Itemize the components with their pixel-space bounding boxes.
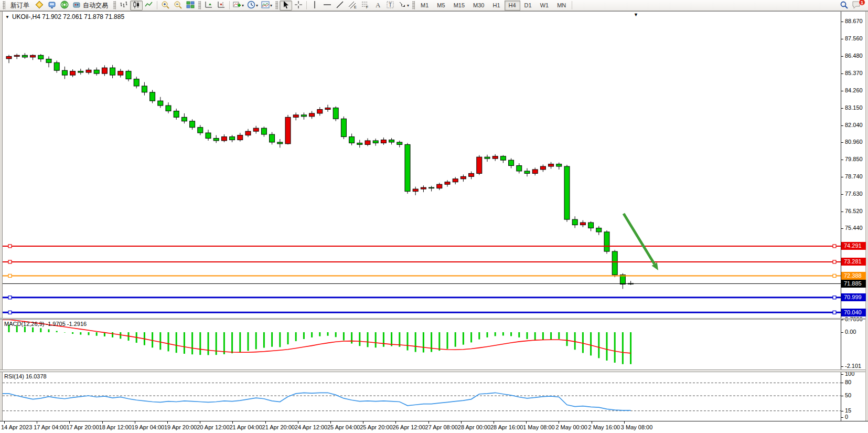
time-axis[interactable]: 14 Apr 202317 Apr 04:0017 Apr 20:0018 Ap… [0,421,868,433]
toolbar-grip[interactable] [275,1,278,9]
price-axis[interactable]: 88.67087.56086.48085.37084.26083.15082.0… [841,12,865,421]
indicators-button[interactable]: ▾ [231,1,245,10]
time-axis-tick [428,421,429,424]
candlestick-chart-button[interactable] [130,1,143,10]
candle-down [150,92,155,101]
timeframe-mn-button[interactable]: MN [553,1,570,10]
bar-chart-button[interactable] [117,1,130,10]
candle-up [102,68,107,73]
signals-button[interactable] [58,1,71,10]
equidistant-channel-button[interactable]: E [346,1,359,10]
zoom-in-button[interactable] [159,1,172,10]
time-axis-tick [298,421,298,424]
pane-separator[interactable] [0,369,865,372]
templates-button[interactable]: ▾ [260,1,274,10]
text-label-button[interactable]: T [384,1,397,10]
line-anchor-handle[interactable] [833,311,836,314]
candle-down [190,121,195,128]
line-anchor-handle[interactable] [8,311,12,314]
search-icon [840,1,849,10]
axis-tick-label: 50 [845,392,851,398]
time-label: 14 Apr 2023 [1,424,32,430]
vertical-line-button[interactable] [308,1,321,10]
zoom-out-button[interactable] [172,1,184,10]
line-anchor-handle[interactable] [833,274,836,277]
virtual-hosting-button[interactable] [46,1,58,10]
axis-tick-mark [841,194,843,195]
time-axis-tick [461,421,462,424]
chart-shift-marker-icon[interactable]: ▼ [634,13,638,17]
horizontal-line-button[interactable] [321,1,334,10]
timeframe-h1-button[interactable]: H1 [488,1,504,10]
line-anchor-handle[interactable] [8,274,12,277]
cursor-button[interactable] [280,1,292,10]
line-anchor-handle[interactable] [8,296,12,299]
toolbar-grip[interactable] [198,1,201,9]
time-label: 20 Apr 12:00 [197,424,229,430]
auto-scroll-button[interactable] [202,1,215,10]
time-label: 18 Apr 12:00 [99,424,132,430]
toolbar-grip[interactable] [412,1,415,9]
toolbar-grip[interactable] [113,1,116,9]
candle-down [110,68,115,75]
line-anchor-handle[interactable] [8,245,12,248]
line-chart-button[interactable] [143,1,155,10]
trend-arrow-object[interactable] [624,214,655,264]
autotrading-button[interactable]: 自动交易 [71,1,112,10]
candle-down [397,142,402,144]
chart-shift-button[interactable] [215,1,228,10]
arrow-objects-button[interactable]: ▾ [397,1,411,10]
tile-windows-button[interactable] [184,1,197,10]
candle-down [556,164,562,166]
bar-chart-icon [120,1,128,10]
rsi-pane-canvas[interactable] [3,372,841,421]
line-anchor-handle[interactable] [833,260,836,263]
svg-text:E: E [354,5,357,9]
signals-icon [60,1,69,10]
toolbar-grip[interactable] [3,1,5,9]
candle-up [580,223,585,225]
candle-up [469,173,474,176]
fibonacci-button[interactable]: F [359,1,371,10]
timeframe-w1-button[interactable]: W1 [536,1,553,10]
time-label: 26 Apr 12:00 [392,424,425,430]
new-order-button[interactable]: 新订单 [7,1,33,10]
candle-down [333,108,338,119]
price-pane-canvas[interactable] [3,12,841,318]
axis-tick-label: 84.260 [845,87,863,93]
new-order-label: 新订单 [8,1,31,10]
line-anchor-handle[interactable] [833,245,836,248]
timeframe-m1-button[interactable]: M1 [416,1,433,10]
trendline-button[interactable] [334,1,346,10]
axis-tick-label: 0 [845,414,848,420]
collapse-triangle-icon[interactable]: ▼ [5,15,9,19]
timeframe-m5-button[interactable]: M5 [433,1,449,10]
text-label-icon: T [386,1,394,10]
search-button[interactable] [838,1,850,10]
time-label: 25 Apr 04:00 [327,424,360,430]
timeframe-h4-button[interactable]: H4 [505,1,520,10]
svg-text:A: A [376,1,381,9]
metaeditor-button[interactable] [33,1,46,10]
axis-tick-label: 85.370 [845,70,863,76]
periods-button[interactable]: ▾ [245,1,260,10]
macd-pane-canvas[interactable] [3,320,841,369]
candle-down [158,101,163,105]
timeframe-m15-button[interactable]: M15 [449,1,469,10]
timeframe-m30-button[interactable]: M30 [469,1,488,10]
timeframe-d1-button[interactable]: D1 [520,1,536,10]
price-line-badge: 72.388 [841,272,866,280]
candle-up [413,189,418,191]
candle-down [373,141,378,143]
text-button[interactable]: A [371,1,384,10]
fibonacci-icon: F [361,1,369,10]
notifications-button[interactable]: 1 [850,1,863,10]
indicators-icon [233,1,241,10]
axis-tick-mark [841,142,843,143]
axis-tick-mark [841,383,843,383]
line-anchor-handle[interactable] [833,296,836,299]
candle-down [54,62,59,70]
crosshair-button[interactable] [292,1,305,10]
line-anchor-handle[interactable] [8,260,12,263]
pane-separator[interactable] [0,318,865,320]
